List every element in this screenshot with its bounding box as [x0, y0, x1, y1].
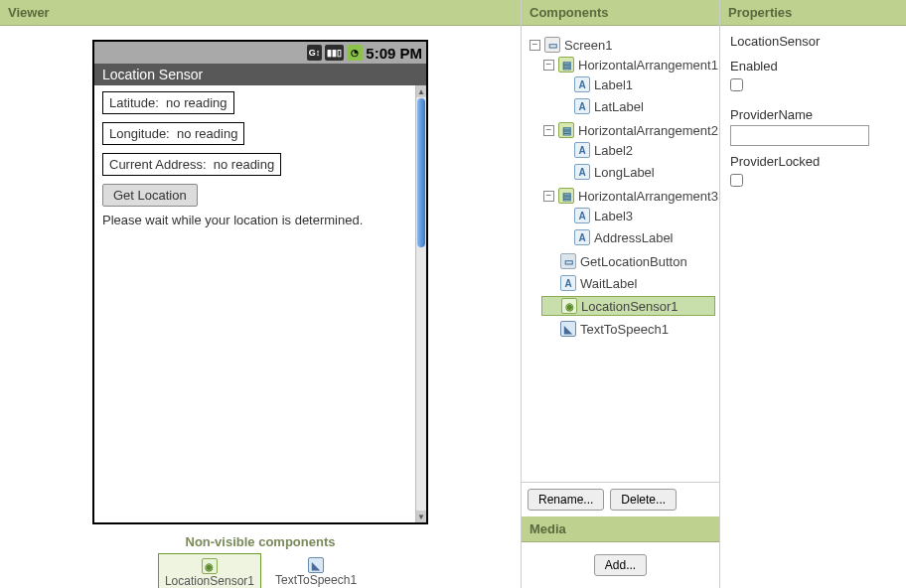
tree-label: LatLabel	[594, 99, 644, 114]
properties-panel-header: Properties	[720, 0, 906, 26]
longitude-value: no reading	[177, 126, 237, 141]
tree-label: HorizontalArrangement2	[578, 123, 718, 138]
button-icon: ▭	[560, 253, 576, 269]
tree-node-waitlabel[interactable]: AWaitLabel	[541, 274, 715, 292]
phone-preview: G↕ ▮▮▯ ◔ 5:09 PM Location Sensor Latitud…	[92, 40, 428, 524]
components-tree: − ▭ Screen1 − ▤ HorizontalArrangement1	[522, 26, 719, 482]
wait-label[interactable]: Please wait while your location is deter…	[102, 213, 407, 227]
tree-node-addresslabel[interactable]: AAddressLabel	[555, 228, 715, 246]
collapse-icon[interactable]: −	[543, 60, 554, 71]
location-icon: ◉	[202, 558, 218, 574]
provider-locked-label: ProviderLocked	[730, 154, 896, 169]
layout-icon: ▤	[558, 122, 574, 138]
latitude-label: Latitude:	[109, 95, 159, 110]
label-icon: A	[560, 275, 576, 291]
tree-label: TextToSpeech1	[580, 322, 669, 337]
tree-label: GetLocationButton	[580, 254, 687, 269]
nonvisible-location-sensor[interactable]: ◉ LocationSensor1	[158, 553, 261, 588]
enabled-checkbox[interactable]	[730, 78, 743, 91]
delete-button[interactable]: Delete...	[610, 489, 677, 511]
selected-component-name: LocationSensor	[730, 34, 896, 49]
tree-label: AddressLabel	[594, 230, 674, 245]
phone-scrollbar[interactable]: ▲ ▼	[415, 85, 426, 522]
tree-label: Label2	[594, 143, 633, 158]
viewer-panel-header: Viewer	[0, 0, 521, 26]
status-time: 5:09 PM	[366, 45, 422, 62]
scroll-down-icon[interactable]: ▼	[416, 511, 426, 522]
tree-node-label3[interactable]: ALabel3	[555, 207, 715, 224]
tree-node-getlocationbutton[interactable]: ▭GetLocationButton	[541, 252, 715, 270]
add-media-button[interactable]: Add...	[594, 554, 647, 576]
components-panel: Components − ▭ Screen1 − ▤ Horizon	[522, 0, 720, 588]
provider-name-input[interactable]	[730, 125, 869, 146]
tree-label: WaitLabel	[580, 276, 637, 291]
tree-node-locationsensor1[interactable]: ◉LocationSensor1	[541, 296, 715, 316]
location-icon: ◉	[561, 298, 577, 314]
latitude-value: no reading	[166, 95, 226, 110]
scroll-thumb[interactable]	[417, 98, 425, 247]
get-location-button[interactable]: Get Location	[102, 184, 198, 207]
collapse-icon[interactable]: −	[543, 125, 554, 136]
layout-icon: ▤	[558, 188, 574, 204]
tree-node-latlabel[interactable]: ALatLabel	[555, 97, 715, 115]
tree-node-screen1[interactable]: − ▭ Screen1	[528, 36, 715, 54]
non-visible-title: Non-visible components	[186, 534, 336, 549]
tree-node-harrangement1[interactable]: − ▤ HorizontalArrangement1	[541, 56, 715, 74]
gps-icon: G↕	[307, 45, 323, 61]
components-panel-header: Components	[522, 0, 719, 26]
label-icon: A	[574, 76, 590, 92]
speech-icon: ◣	[560, 321, 576, 337]
longitude-label: Longitude:	[109, 126, 170, 141]
latitude-row[interactable]: Latitude: no reading	[102, 91, 234, 114]
label-icon: A	[574, 229, 590, 245]
label-icon: A	[574, 142, 590, 158]
layout-icon: ▤	[558, 57, 574, 73]
tree-label: HorizontalArrangement3	[578, 189, 718, 204]
screen-icon: ▭	[544, 37, 560, 53]
scroll-up-icon[interactable]: ▲	[416, 85, 426, 97]
tree-label: HorizontalArrangement1	[578, 58, 718, 73]
tree-label: Label3	[594, 209, 633, 223]
tree-node-harrangement3[interactable]: − ▤ HorizontalArrangement3	[541, 187, 715, 205]
label-icon: A	[574, 208, 590, 223]
address-value: no reading	[214, 157, 274, 172]
label-icon: A	[574, 164, 590, 180]
provider-name-label: ProviderName	[730, 107, 896, 122]
app-title-bar: Location Sensor	[94, 64, 426, 85]
nonvisible-text-to-speech[interactable]: ◣ TextToSpeech1	[269, 553, 363, 588]
provider-locked-checkbox[interactable]	[730, 174, 743, 187]
tree-label: LocationSensor1	[581, 299, 679, 314]
tree-label: LongLabel	[594, 165, 655, 180]
media-panel-header: Media	[522, 516, 719, 542]
properties-panel: Properties LocationSensor Enabled Provid…	[720, 0, 906, 588]
address-label: Current Address:	[109, 157, 207, 172]
nonvisible-item-label: LocationSensor1	[165, 574, 254, 588]
speech-icon: ◣	[308, 557, 324, 573]
enabled-label: Enabled	[730, 59, 896, 74]
rename-button[interactable]: Rename...	[528, 489, 604, 511]
address-row[interactable]: Current Address: no reading	[102, 153, 281, 176]
longitude-row[interactable]: Longitude: no reading	[102, 122, 244, 145]
battery-icon: ◔	[347, 45, 363, 61]
tree-label: Screen1	[564, 38, 612, 53]
collapse-icon[interactable]: −	[543, 191, 554, 202]
label-icon: A	[574, 98, 590, 114]
nonvisible-item-label: TextToSpeech1	[275, 573, 357, 587]
signal-icon: ▮▮▯	[325, 45, 344, 61]
phone-status-bar: G↕ ▮▮▯ ◔ 5:09 PM	[94, 42, 426, 64]
tree-node-label2[interactable]: ALabel2	[555, 141, 715, 159]
tree-label: Label1	[594, 77, 633, 92]
tree-node-texttospeech1[interactable]: ◣TextToSpeech1	[541, 320, 715, 338]
tree-node-harrangement2[interactable]: − ▤ HorizontalArrangement2	[541, 121, 715, 139]
tree-node-longlabel[interactable]: ALongLabel	[555, 163, 715, 181]
viewer-panel: Viewer G↕ ▮▮▯ ◔ 5:09 PM Location Sensor …	[0, 0, 522, 588]
tree-node-label1[interactable]: ALabel1	[555, 75, 715, 93]
collapse-icon[interactable]: −	[529, 40, 540, 51]
